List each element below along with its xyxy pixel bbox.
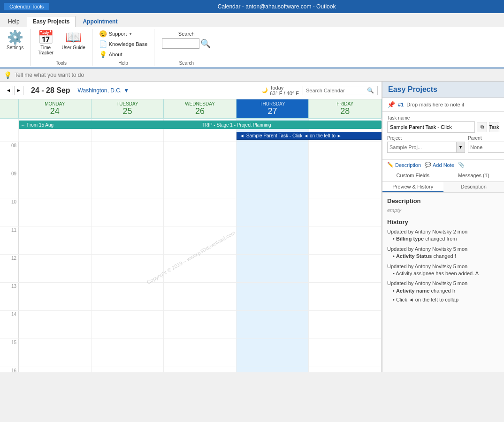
tue-15[interactable]: [92, 339, 164, 367]
fri-13[interactable]: [309, 283, 382, 310]
tab-easy-projects[interactable]: Easy Projects: [27, 16, 76, 27]
thu-14[interactable]: [237, 311, 309, 339]
wed-08[interactable]: [164, 142, 237, 170]
knowledge-base-button[interactable]: 📄 Knowledge Base: [96, 39, 151, 49]
task-type-button[interactable]: Task: [489, 122, 499, 132]
project-dropdown-arrow[interactable]: ▼: [456, 142, 465, 152]
subtab-description[interactable]: Description: [443, 182, 504, 192]
about-button[interactable]: 💡 About: [96, 50, 151, 59]
thursday-header: THURSDAY 27: [237, 99, 309, 118]
ribbon-group-search: Search 🔍 Search: [154, 29, 218, 66]
settings-button[interactable]: ⚙️ Settings: [4, 29, 26, 52]
right-panel-header: Easy Projects: [382, 82, 504, 98]
fri-12[interactable]: [309, 255, 382, 282]
tue-12[interactable]: [92, 255, 164, 282]
search-input[interactable]: [162, 38, 199, 49]
tab-help[interactable]: Help: [2, 16, 26, 27]
task-tooltip[interactable]: ◄ Sample Parent Task - Click ◄ on the le…: [237, 132, 382, 140]
thu-11[interactable]: [237, 226, 309, 254]
history-item-2: Updated by Antony Novitsky 5 mon Activit…: [387, 263, 499, 278]
tue-11[interactable]: [92, 226, 164, 254]
thu-16[interactable]: [237, 367, 309, 372]
from-aug-strip[interactable]: ← From 15 Aug TRIP - Stage 1 - Project P…: [19, 121, 382, 130]
tab-messages[interactable]: Messages (1): [443, 170, 504, 181]
tab-appointment[interactable]: Appointment: [76, 16, 123, 27]
next-button[interactable]: ►: [14, 86, 23, 95]
thu-08[interactable]: [237, 142, 309, 170]
trip-strip[interactable]: TRIP - Stage 1 - Project Planning: [92, 121, 382, 129]
fri-15[interactable]: [309, 339, 382, 367]
tue-09[interactable]: [92, 170, 164, 198]
tue-10[interactable]: [92, 198, 164, 226]
subtab-preview-history[interactable]: Preview & History: [382, 182, 443, 192]
fri-11[interactable]: [309, 226, 382, 254]
calendar-search-box[interactable]: 🔍: [303, 86, 378, 95]
thu-09[interactable]: [237, 170, 309, 198]
mon-12[interactable]: [19, 255, 92, 282]
prev-button[interactable]: ◄: [4, 86, 13, 95]
calendar-search-input[interactable]: [306, 88, 367, 93]
window-title: Calendar - anton@ahausoftware.com - Outl…: [53, 3, 500, 10]
monday-label: MONDAY: [19, 101, 91, 106]
mon-14[interactable]: [19, 311, 92, 339]
fri-14[interactable]: [309, 311, 382, 339]
time-grid[interactable]: Copyright © 2019 – www.p3Ddownload.com 0…: [0, 142, 382, 372]
mon-13[interactable]: [19, 283, 92, 310]
pin-icon[interactable]: 📌: [387, 101, 395, 108]
right-panel: Easy Projects 📌 #1 Drop mails here to no…: [382, 82, 504, 372]
thu-12[interactable]: [237, 255, 309, 282]
user-guide-button[interactable]: 📖 User Guide: [59, 29, 88, 52]
fri-16[interactable]: [309, 367, 382, 372]
date-range: 24 - 28 Sep: [31, 86, 70, 95]
tue-14[interactable]: [92, 311, 164, 339]
project-select[interactable]: ▼: [387, 142, 465, 153]
fri-10[interactable]: [309, 198, 382, 226]
support-button[interactable]: 😊 Support ▼: [96, 29, 151, 38]
wed-13[interactable]: [164, 283, 237, 310]
wed-14[interactable]: [164, 311, 237, 339]
tab-custom-fields[interactable]: Custom Fields: [382, 170, 443, 181]
mon-10[interactable]: [19, 198, 92, 226]
task-form: Task name ⧉ Task Project ▼ Parent: [382, 112, 504, 160]
thu-15[interactable]: [237, 339, 309, 367]
settings-label: Settings: [7, 45, 23, 50]
fri-09[interactable]: [309, 170, 382, 198]
ep-content[interactable]: Description empty History Updated by Ant…: [382, 193, 504, 372]
tue-08[interactable]: [92, 142, 164, 170]
mon-11[interactable]: [19, 226, 92, 254]
parent-select[interactable]: ✕: [468, 142, 504, 153]
wed-16[interactable]: [164, 367, 237, 372]
attach-button[interactable]: 📎: [458, 162, 465, 168]
wed-11[interactable]: [164, 226, 237, 254]
tell-me-input[interactable]: [15, 72, 108, 78]
fri-08[interactable]: [309, 142, 382, 170]
wed-10[interactable]: [164, 198, 237, 226]
time-tracker-button[interactable]: 📅 TimeTracker: [34, 29, 57, 57]
task-name-input[interactable]: [387, 121, 475, 133]
mon-15[interactable]: [19, 339, 92, 367]
mon-09[interactable]: [19, 170, 92, 198]
location-selector[interactable]: Washington, D.C. ▼: [78, 87, 129, 94]
time-11: 11: [0, 226, 19, 254]
mon-16[interactable]: [19, 367, 92, 372]
project-input[interactable]: [388, 144, 456, 150]
copy-task-button[interactable]: ⧉: [477, 122, 487, 132]
wed-15[interactable]: [164, 339, 237, 367]
parent-input[interactable]: [468, 144, 504, 150]
thu-10[interactable]: [237, 198, 309, 226]
wednesday-header: WEDNESDAY 26: [164, 99, 237, 118]
history-item-0: Updated by Antony Novitsky 2 mon Billing…: [387, 228, 499, 243]
mon-08[interactable]: [19, 142, 92, 170]
wed-12[interactable]: [164, 255, 237, 282]
attach-icon: 📎: [458, 162, 465, 168]
search-go-icon[interactable]: 🔍: [200, 38, 211, 49]
history-item-0-bullet-0: Billing type changed from: [393, 235, 499, 242]
description-button[interactable]: ✏️ Description: [387, 162, 421, 168]
thu-13[interactable]: [237, 283, 309, 310]
wed-09[interactable]: [164, 170, 237, 198]
knowledge-base-label: Knowledge Base: [109, 41, 148, 47]
tue-13[interactable]: [92, 283, 164, 310]
ribbon-group-tools: 📅 TimeTracker 📖 User Guide Tools: [31, 29, 92, 66]
tue-16[interactable]: [92, 367, 164, 372]
add-note-button[interactable]: 💬 Add Note: [425, 162, 454, 168]
